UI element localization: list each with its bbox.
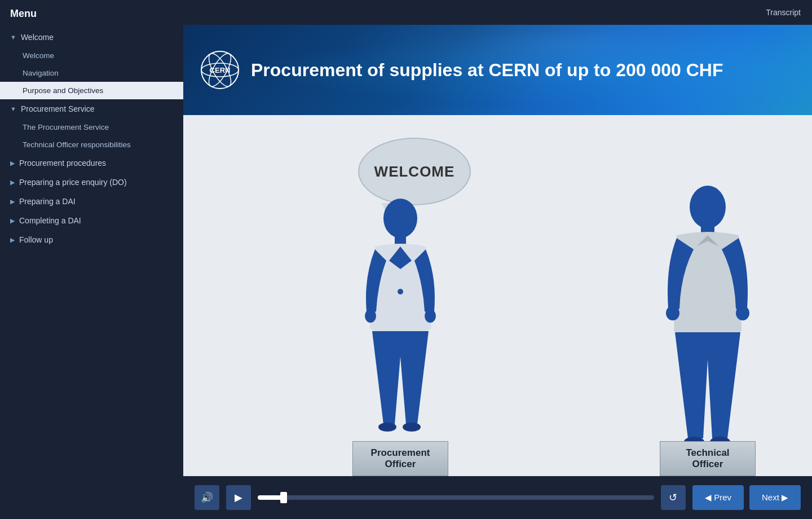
svg-point-12 bbox=[690, 186, 726, 228]
preparing-dai-label: Preparing a DAI bbox=[19, 197, 76, 206]
sidebar: Menu ▼ Welcome Welcome Navigation Purpos… bbox=[0, 0, 183, 519]
play-icon: ▶ bbox=[235, 491, 242, 504]
banner: CERN Procurement of supplies at CERN of … bbox=[183, 25, 812, 115]
procurement-procedures-label: Procurement procedures bbox=[19, 159, 106, 168]
transcript-link[interactable]: Transcript bbox=[766, 8, 801, 17]
procurement-officer-label: Procurement Officer bbox=[352, 441, 448, 476]
reset-icon: ↺ bbox=[669, 491, 677, 504]
sidebar-item-preparing-do[interactable]: ▶ Preparing a price enquiry (DO) bbox=[0, 173, 183, 192]
nav-buttons: ◀ Prev Next ▶ bbox=[692, 485, 801, 510]
sidebar-item-the-procurement-service[interactable]: The Procurement Service bbox=[0, 118, 183, 136]
follow-up-label: Follow up bbox=[19, 235, 53, 244]
svg-text:CERN: CERN bbox=[210, 66, 231, 74]
prev-button[interactable]: ◀ Prev bbox=[692, 485, 744, 510]
controls-bar: 🔊 ▶ ↺ ◀ Prev Next ▶ bbox=[183, 476, 812, 519]
banner-title: Procurement of supplies at CERN of up to… bbox=[251, 60, 723, 81]
sidebar-item-completing-dai[interactable]: ▶ Completing a DAI bbox=[0, 211, 183, 230]
nav-section-welcome-title[interactable]: ▼ Welcome bbox=[0, 28, 183, 47]
svg-point-8 bbox=[365, 309, 376, 323]
sidebar-item-tech-officer-resp[interactable]: Technical Officer responsibilities bbox=[0, 136, 183, 153]
preparing-dai-arrow: ▶ bbox=[10, 198, 15, 205]
progress-bar-thumb bbox=[280, 492, 287, 503]
progress-bar[interactable] bbox=[258, 495, 654, 500]
svg-point-9 bbox=[425, 309, 436, 323]
nav-section-procurement-service-title[interactable]: ▼ Procurement Service bbox=[0, 99, 183, 118]
scene: WELCOME bbox=[183, 115, 812, 476]
completing-dai-label: Completing a DAI bbox=[19, 216, 81, 225]
procurement-officer-figure bbox=[358, 187, 443, 458]
procurement-officer-container: Procurement Officer bbox=[352, 187, 448, 476]
next-button[interactable]: Next ▶ bbox=[749, 485, 801, 510]
cern-logo: CERN bbox=[200, 50, 240, 90]
volume-button[interactable]: 🔊 bbox=[195, 485, 219, 510]
svg-point-14 bbox=[666, 306, 679, 320]
procurement-service-arrow: ▼ bbox=[10, 105, 16, 112]
sidebar-item-purpose[interactable]: Purpose and Objectives bbox=[0, 82, 183, 99]
progress-bar-fill bbox=[258, 495, 283, 500]
svg-point-11 bbox=[403, 423, 421, 432]
technical-officer-label: Technical Officer bbox=[660, 441, 756, 476]
technical-officer-figure bbox=[663, 179, 753, 461]
preparing-do-label: Preparing a price enquiry (DO) bbox=[19, 178, 127, 187]
completing-dai-arrow: ▶ bbox=[10, 217, 15, 225]
main-content: Transcript CERN Procurement of supplies … bbox=[183, 0, 812, 519]
volume-icon: 🔊 bbox=[201, 491, 213, 504]
svg-point-10 bbox=[378, 423, 396, 432]
reset-button[interactable]: ↺ bbox=[661, 485, 686, 510]
nav-section-welcome: ▼ Welcome Welcome Navigation Purpose and… bbox=[0, 28, 183, 99]
sidebar-item-welcome[interactable]: Welcome bbox=[0, 47, 183, 64]
sidebar-item-navigation[interactable]: Navigation bbox=[0, 64, 183, 82]
procurement-service-label: Procurement Service bbox=[21, 104, 95, 113]
svg-point-15 bbox=[736, 306, 749, 320]
welcome-arrow: ▼ bbox=[10, 34, 16, 41]
speech-bubble-text: WELCOME bbox=[374, 163, 455, 181]
preparing-do-arrow: ▶ bbox=[10, 179, 15, 186]
sidebar-item-follow-up[interactable]: ▶ Follow up bbox=[0, 230, 183, 249]
welcome-label: Welcome bbox=[21, 33, 54, 42]
follow-up-arrow: ▶ bbox=[10, 236, 15, 244]
content-area: CERN Procurement of supplies at CERN of … bbox=[183, 25, 812, 519]
sidebar-header: Menu bbox=[0, 0, 183, 28]
technical-officer-container: Technical Officer bbox=[660, 179, 756, 476]
nav-section-procurement-service: ▼ Procurement Service The Procurement Se… bbox=[0, 99, 183, 153]
topbar: Transcript bbox=[183, 0, 812, 25]
svg-point-7 bbox=[398, 289, 403, 294]
sidebar-item-procurement-procedures[interactable]: ▶ Procurement procedures bbox=[0, 153, 183, 173]
play-button[interactable]: ▶ bbox=[226, 485, 251, 510]
sidebar-item-preparing-dai[interactable]: ▶ Preparing a DAI bbox=[0, 192, 183, 211]
svg-point-5 bbox=[383, 199, 417, 238]
procurement-procedures-arrow: ▶ bbox=[10, 160, 15, 167]
